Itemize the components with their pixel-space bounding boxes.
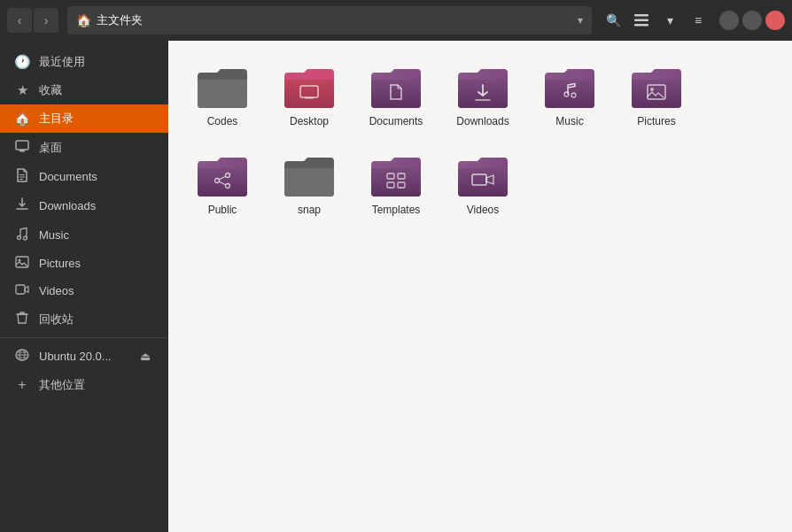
folder-pictures-icon [628, 62, 685, 112]
sidebar-item-documents-label: Documents [39, 170, 97, 183]
folder-desktop-icon [281, 62, 338, 112]
sidebar-item-downloads[interactable]: Downloads [0, 191, 168, 220]
svg-rect-7 [19, 177, 25, 178]
home-icon: 🏠 [76, 13, 91, 27]
recent-icon: 🕐 [14, 54, 30, 70]
sidebar-item-recent[interactable]: 🕐 最近使用 [0, 48, 168, 76]
svg-point-12 [19, 259, 21, 262]
other-locations[interactable]: + 其他位置 [0, 371, 168, 399]
sidebar-device-ubuntu[interactable]: Ubuntu 20.0... ⏏ [0, 342, 168, 371]
svg-rect-4 [19, 150, 25, 152]
folder-snap-icon [281, 150, 338, 200]
svg-rect-3 [16, 141, 28, 150]
svg-rect-1 [634, 19, 648, 22]
svg-rect-17 [305, 97, 314, 99]
folder-documents-label: Documents [369, 115, 423, 129]
titlebar: ‹ › 🏠 主文件夹 ▾ 🔍 ▾ ≡ — □ ✕ [0, 0, 792, 41]
menu-button[interactable]: ≡ [686, 8, 710, 33]
svg-rect-6 [19, 174, 25, 175]
folder-videos-icon [454, 150, 511, 200]
content-area: Codes [168, 41, 792, 532]
folder-music-icon [541, 62, 598, 112]
sidebar-item-trash-label: 回收站 [39, 312, 74, 328]
star-icon: ★ [14, 82, 30, 98]
svg-rect-0 [634, 14, 648, 17]
folder-videos-label: Videos [467, 204, 499, 218]
folder-codes-icon [194, 62, 251, 112]
videos-icon [14, 283, 30, 298]
sidebar-item-trash[interactable]: 回收站 [0, 305, 168, 334]
sidebar-item-pictures-label: Pictures [39, 257, 81, 270]
sidebar-item-recent-label: 最近使用 [39, 54, 85, 70]
titlebar-actions: 🔍 ▾ ≡ [601, 8, 710, 33]
folder-pictures[interactable]: Pictures [617, 55, 696, 136]
svg-point-21 [650, 88, 654, 91]
sidebar-item-music[interactable]: Music [0, 220, 168, 250]
downloads-icon [14, 197, 30, 214]
folder-templates-label: Templates [372, 204, 421, 218]
svg-point-10 [24, 236, 27, 240]
sort-dropdown-button[interactable]: ▾ [657, 8, 682, 33]
sidebar-item-videos-label: Videos [39, 284, 74, 297]
desktop-icon [14, 139, 30, 156]
view-list-button[interactable] [629, 8, 654, 33]
sidebar-item-documents[interactable]: Documents [0, 162, 168, 191]
sidebar-divider [0, 337, 168, 338]
folder-videos[interactable]: Videos [443, 143, 523, 225]
sidebar-item-home[interactable]: 🏠 主目录 [0, 104, 168, 133]
home-sidebar-icon: 🏠 [14, 111, 30, 127]
folder-pictures-label: Pictures [637, 115, 675, 129]
other-locations-icon: + [14, 377, 30, 393]
close-button[interactable]: ✕ [765, 11, 785, 30]
folder-downloads[interactable]: Downloads [443, 55, 523, 136]
sidebar-item-music-label: Music [39, 228, 69, 242]
back-button[interactable]: ‹ [7, 8, 32, 33]
folder-snap[interactable]: snap [269, 143, 349, 225]
sidebar-item-pictures[interactable]: Pictures [0, 250, 168, 277]
sidebar-item-desktop[interactable]: 桌面 [0, 133, 168, 162]
svg-rect-13 [16, 285, 25, 294]
eject-button[interactable]: ⏏ [136, 348, 154, 365]
breadcrumb-dropdown-icon[interactable]: ▾ [578, 14, 583, 27]
folder-documents-icon [368, 62, 424, 112]
sidebar-item-starred-label: 收藏 [39, 82, 62, 98]
forward-button[interactable]: › [34, 8, 58, 33]
svg-rect-2 [634, 24, 648, 27]
folder-codes-label: Codes [207, 115, 238, 129]
svg-point-9 [18, 236, 21, 240]
folder-public-icon [194, 150, 251, 200]
sidebar: 🕐 最近使用 ★ 收藏 🏠 主目录 桌面 [0, 41, 168, 532]
folder-downloads-label: Downloads [456, 115, 509, 129]
folder-public-label: Public [208, 204, 237, 218]
folder-music-label: Music [555, 115, 583, 129]
device-icon [14, 349, 30, 364]
window-controls: — □ ✕ [719, 11, 785, 30]
folder-grid: Codes [182, 55, 778, 224]
folder-desktop[interactable]: Desktop [269, 55, 349, 136]
folder-snap-label: snap [298, 204, 321, 218]
sidebar-item-videos[interactable]: Videos [0, 277, 168, 305]
svg-rect-8 [19, 179, 23, 180]
folder-desktop-label: Desktop [290, 115, 329, 129]
maximize-button[interactable]: □ [742, 11, 762, 30]
folder-documents[interactable]: Documents [356, 55, 436, 136]
svg-rect-5 [19, 150, 26, 150]
music-icon [14, 227, 30, 243]
minimize-button[interactable]: — [719, 11, 739, 30]
folder-codes[interactable]: Codes [182, 55, 262, 136]
pictures-icon [14, 256, 30, 271]
nav-buttons: ‹ › [7, 8, 58, 33]
sidebar-item-home-label: 主目录 [39, 111, 74, 127]
folder-public[interactable]: Public [182, 143, 262, 225]
breadcrumb: 🏠 主文件夹 ▾ [67, 6, 592, 35]
breadcrumb-text: 主文件夹 [97, 12, 572, 28]
folder-templates-icon [368, 150, 424, 200]
other-locations-label: 其他位置 [39, 377, 85, 393]
sidebar-item-starred[interactable]: ★ 收藏 [0, 76, 168, 104]
trash-icon [14, 311, 30, 328]
documents-icon [14, 168, 30, 185]
folder-music[interactable]: Music [530, 55, 610, 136]
search-button[interactable]: 🔍 [601, 8, 625, 33]
device-label: Ubuntu 20.0... [39, 350, 112, 363]
folder-templates[interactable]: Templates [356, 143, 436, 225]
